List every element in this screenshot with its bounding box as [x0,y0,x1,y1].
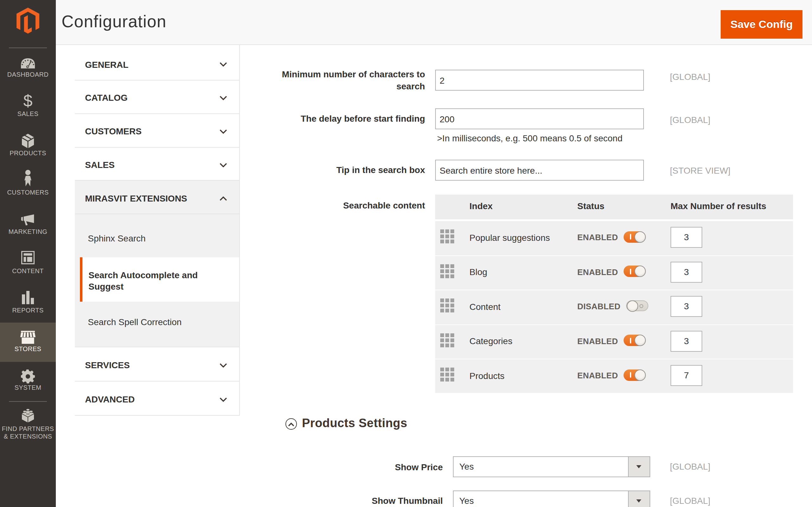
svg-text:$: $ [23,94,33,109]
